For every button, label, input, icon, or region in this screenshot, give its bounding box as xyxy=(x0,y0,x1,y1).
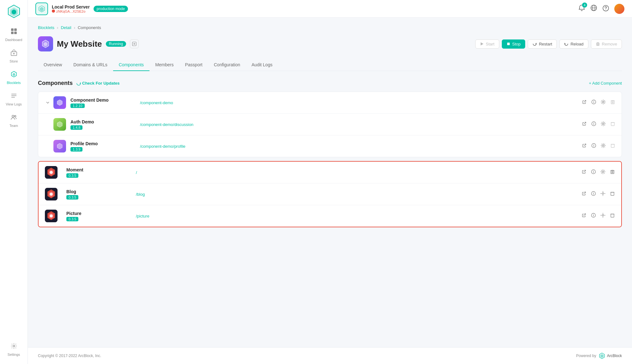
tab-components[interactable]: Components xyxy=(113,59,149,71)
svg-point-62 xyxy=(50,193,53,196)
server-icon xyxy=(35,3,48,15)
tab-overview[interactable]: Overview xyxy=(38,59,68,71)
svg-rect-49 xyxy=(611,144,614,147)
moment-icon xyxy=(45,166,58,179)
section-header: Components Check For Updates + Add Compo… xyxy=(38,80,622,87)
tab-domains[interactable]: Domains & URLs xyxy=(68,59,113,71)
profile-demo-settings-icon[interactable] xyxy=(601,143,606,149)
sidebar-item-dashboard[interactable]: Dashboard xyxy=(3,25,25,45)
component-demo-actions xyxy=(582,99,615,106)
svg-point-41 xyxy=(593,122,594,123)
profile-demo-delete-icon[interactable] xyxy=(610,143,615,149)
component-row-picture: Picture 0.3.5 /picture xyxy=(39,205,621,227)
server-id: zNKqGA...X2SE2o xyxy=(52,9,90,13)
svg-point-35 xyxy=(593,101,594,101)
svg-marker-38 xyxy=(57,122,62,127)
blocklets-icon xyxy=(10,71,17,80)
breadcrumb-detail[interactable]: Detail xyxy=(61,25,71,30)
svg-point-57 xyxy=(602,171,604,173)
sidebar-item-viewlogs[interactable]: View Logs xyxy=(3,89,25,109)
svg-rect-43 xyxy=(611,122,614,126)
delete-icon[interactable] xyxy=(610,99,615,106)
blog-open-icon[interactable] xyxy=(581,191,586,197)
picture-path[interactable]: /picture xyxy=(136,214,581,218)
check-updates-button[interactable]: Check For Updates xyxy=(76,81,119,86)
svg-rect-4 xyxy=(14,28,17,31)
tabs: Overview Domains & URLs Components Membe… xyxy=(38,59,622,71)
sidebar-item-settings[interactable]: Settings xyxy=(3,339,25,360)
reload-button[interactable]: Reload xyxy=(559,39,588,49)
main-content: Local Prod Server zNKqGA...X2SE2o produc… xyxy=(28,0,632,364)
picture-delete-icon[interactable] xyxy=(610,213,615,219)
open-external-icon[interactable] xyxy=(582,99,587,106)
sidebar-item-store[interactable]: Store xyxy=(3,46,25,66)
blog-settings-icon[interactable] xyxy=(600,191,605,197)
svg-point-36 xyxy=(603,101,604,103)
component-demo-path[interactable]: /component-demo xyxy=(140,100,582,105)
profile-demo-path[interactable]: /component-demo/profile xyxy=(140,144,582,149)
auth-demo-settings-icon[interactable] xyxy=(601,121,606,128)
blocklet-expand-button[interactable] xyxy=(130,39,139,48)
svg-point-47 xyxy=(593,144,594,145)
component-row-component-demo: Component Demo 1.2.10 /component-demo xyxy=(38,92,622,114)
auth-demo-path[interactable]: /component-demo/discussion xyxy=(140,122,582,127)
profile-demo-open-icon[interactable] xyxy=(582,143,587,149)
auth-demo-open-icon[interactable] xyxy=(582,121,587,128)
breadcrumb-current: Components xyxy=(78,25,101,30)
powered-by: Powered by ArcBlock xyxy=(576,353,622,359)
sidebar-item-viewlogs-label: View Logs xyxy=(6,102,22,106)
footer: Copyright © 2017-2022 ArcBlock, Inc. Pow… xyxy=(28,347,632,364)
picture-open-icon[interactable] xyxy=(581,213,586,219)
svg-rect-5 xyxy=(11,32,14,34)
profile-demo-actions xyxy=(582,143,615,149)
tab-audit-logs[interactable]: Audit Logs xyxy=(246,59,278,71)
action-buttons: Start Stop Restart Reload xyxy=(475,39,622,49)
picture-settings-icon[interactable] xyxy=(600,213,605,219)
tab-passport[interactable]: Passport xyxy=(179,59,208,71)
moment-info: Moment 0.3.5 xyxy=(66,167,136,178)
sidebar-item-team-label: Team xyxy=(9,124,18,128)
svg-rect-3 xyxy=(11,28,14,31)
start-button[interactable]: Start xyxy=(475,39,499,49)
moment-open-icon[interactable] xyxy=(581,169,586,176)
tab-configuration[interactable]: Configuration xyxy=(208,59,246,71)
restart-button[interactable]: Restart xyxy=(528,39,557,49)
moment-path[interactable]: / xyxy=(136,170,581,175)
auth-demo-delete-icon[interactable] xyxy=(610,121,615,128)
help-button[interactable] xyxy=(602,5,609,13)
picture-name: Picture xyxy=(66,211,136,216)
component-demo-info: Component Demo 1.2.10 xyxy=(70,98,140,108)
blocklet-icon xyxy=(38,36,53,51)
svg-rect-67 xyxy=(611,192,614,195)
auth-demo-info-icon[interactable] xyxy=(591,121,596,128)
notifications-button[interactable]: 4 xyxy=(578,4,585,13)
picture-info-icon[interactable] xyxy=(591,213,596,219)
profile-demo-info-icon[interactable] xyxy=(591,143,596,149)
blog-info-icon[interactable] xyxy=(591,191,596,197)
team-icon xyxy=(10,114,17,122)
sidebar-item-blocklets[interactable]: Blocklets xyxy=(3,68,25,88)
moment-info-icon[interactable] xyxy=(591,169,596,176)
sidebar-item-blocklets-label: Blocklets xyxy=(7,81,21,85)
user-avatar[interactable] xyxy=(614,4,624,14)
tab-members[interactable]: Members xyxy=(149,59,179,71)
topbar: Local Prod Server zNKqGA...X2SE2o produc… xyxy=(28,0,632,18)
blog-delete-icon[interactable] xyxy=(610,191,615,197)
info-icon[interactable] xyxy=(591,99,596,106)
remove-button[interactable]: Remove xyxy=(591,39,622,49)
stop-button[interactable]: Stop xyxy=(502,39,526,49)
breadcrumb-blocklets[interactable]: Blocklets xyxy=(38,25,54,30)
moment-delete-icon[interactable] xyxy=(610,169,615,176)
sidebar-item-team[interactable]: Team xyxy=(3,110,25,131)
blog-path[interactable]: /blog xyxy=(136,192,581,197)
picture-info: Picture 0.3.5 xyxy=(66,211,136,221)
app-logo[interactable] xyxy=(6,4,21,19)
add-component-button[interactable]: + Add Component xyxy=(589,81,622,86)
settings-icon[interactable] xyxy=(601,99,606,106)
moment-actions xyxy=(581,169,615,176)
expand-button[interactable] xyxy=(45,99,51,106)
component-row-auth-demo: Auth Demo 1.4.8 /component-demo/discussi… xyxy=(38,114,622,135)
server-name: Local Prod Server xyxy=(52,4,90,9)
language-selector[interactable] xyxy=(590,4,597,13)
moment-settings-icon[interactable] xyxy=(600,169,605,176)
